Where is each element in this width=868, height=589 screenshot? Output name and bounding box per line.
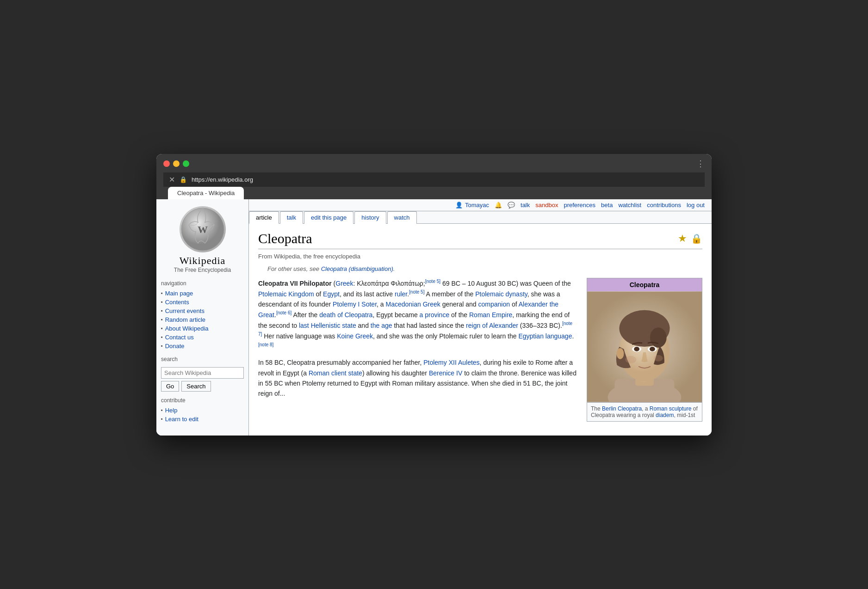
current-events-link[interactable]: Current events [165,307,205,314]
hatnote-link[interactable]: Cleopatra (disambiguation) [321,265,393,272]
greek-link[interactable]: Greek [335,279,353,287]
browser-menu-icon[interactable]: ⋮ [696,159,705,169]
search-button[interactable]: Search [181,381,211,392]
roman-client-link[interactable]: Roman client state [309,369,362,377]
svg-point-11 [634,347,639,351]
minimize-button[interactable] [173,160,180,167]
hatnote-suffix: . [393,265,395,272]
diadem-link[interactable]: diadem [656,412,674,418]
caption-text-4: , mid-1st [674,412,695,418]
featured-star-icon[interactable]: ★ [678,233,687,245]
infobox-image [587,291,702,402]
maximize-button[interactable] [183,160,189,167]
ptolemy-xii-link[interactable]: Ptolemy XII Auletes [423,359,479,366]
from-wiki-text: From Wikipedia, the free encyclopedia [258,253,702,260]
egyptian-language-link[interactable]: Egyptian language [518,332,572,340]
note5-ref[interactable]: [note 5] [425,279,440,284]
sidebar-item-learn-to-edit[interactable]: Learn to edit [161,415,244,423]
security-lock-icon: 🔒 [180,176,187,183]
province-link[interactable]: a province [420,311,450,319]
sidebar: W Wikipedia The Free Encyclopedia naviga… [156,199,249,436]
tab-history[interactable]: history [354,211,386,224]
note6-ref[interactable]: [note 6] [276,310,291,315]
browser-titlebar: ⋮ [163,159,705,169]
preferences-link[interactable]: preferences [564,202,595,209]
help-link[interactable]: Help [165,407,178,414]
berenice-iv-link[interactable]: Berenice IV [429,369,462,377]
beta-link[interactable]: beta [601,202,613,209]
sidebar-item-random-article[interactable]: Random article [161,315,244,324]
ptolemaic-dynasty-link[interactable]: Ptolemaic dynasty [475,290,527,297]
svg-point-13 [650,347,655,351]
ptolemy-i-link[interactable]: Ptolemy I Soter [333,301,377,308]
browser-tab[interactable]: Cleopatra - Wikipedia [168,187,244,199]
caption-text-1: The [591,405,602,412]
sidebar-item-about[interactable]: About Wikipedia [161,324,244,333]
tab-edit[interactable]: edit this page [304,211,353,224]
go-button[interactable]: Go [161,381,179,392]
ptolemaic-kingdom-link[interactable]: Ptolemaic Kingdom [258,290,314,297]
watchlist-link[interactable]: watchlist [618,202,641,209]
companion-link[interactable]: companion [478,301,510,308]
close-button[interactable] [163,160,170,167]
contents-link[interactable]: Contents [165,299,189,306]
note8-ref[interactable]: [note 8] [258,342,273,347]
roman-sculpture-link[interactable]: Roman sculpture [650,405,692,412]
tab-article[interactable]: article [249,211,279,224]
berlin-cleopatra-link[interactable]: Berlin Cleopatra [602,405,642,412]
svg-point-15 [625,356,636,363]
tab-talk[interactable]: talk [280,211,303,224]
tab-watch[interactable]: watch [387,211,417,224]
macedonian-greek-link[interactable]: Macedonian Greek [386,301,440,308]
hatnote: For other uses, see Cleopatra (disambigu… [258,265,702,272]
lock-icon[interactable]: 🔒 [691,233,702,244]
about-link[interactable]: About Wikipedia [165,325,209,332]
ruler-link[interactable]: ruler [395,290,407,297]
sidebar-item-donate[interactable]: Donate [161,342,244,350]
browser-window: ⋮ ✕ 🔒 https://en.wikipedia.org Cleopatra… [156,154,712,436]
caption-text-2: , a [642,405,650,412]
sidebar-item-contact[interactable]: Contact us [161,333,244,342]
death-cleopatra-link[interactable]: death of Cleopatra [319,311,372,319]
the-age-link[interactable]: the age [371,322,392,329]
search-section: Go Search [161,367,244,392]
sidebar-item-main-page[interactable]: Main page [161,289,244,298]
user-info: 👤 Tomayac [455,202,489,209]
sandbox-link[interactable]: sandbox [535,202,558,209]
logout-link[interactable]: log out [687,202,705,209]
contribute-list: Help Learn to edit [161,406,244,423]
page-tabs: article talk edit this page history watc… [249,211,712,224]
note5b-ref[interactable]: [note 5] [409,289,424,294]
contact-link[interactable]: Contact us [165,334,194,341]
random-article-link[interactable]: Random article [165,316,205,323]
last-hellenistic-link[interactable]: last Hellenistic state [299,322,356,329]
sidebar-item-help[interactable]: Help [161,406,244,415]
user-icon: 👤 [455,202,463,209]
article-title: Cleopatra ★ 🔒 [258,231,702,249]
window-controls [163,160,189,167]
sidebar-item-current-events[interactable]: Current events [161,307,244,315]
wiki-title: Wikipedia [180,255,226,267]
svg-point-14 [616,348,624,359]
message-icon[interactable]: 💬 [508,202,515,209]
sidebar-item-contents[interactable]: Contents [161,298,244,307]
search-input[interactable] [161,367,244,379]
url-text[interactable]: https://en.wikipedia.org [192,176,253,183]
donate-link[interactable]: Donate [165,343,185,350]
bell-icon[interactable]: 🔔 [495,202,502,209]
search-buttons: Go Search [161,381,244,392]
koine-greek-link[interactable]: Koine Greek [337,332,373,340]
contributions-link[interactable]: contributions [647,202,681,209]
talk-link[interactable]: talk [521,202,530,209]
main-content: 👤 Tomayac 🔔 💬 talk sandbox preferences b… [249,199,712,436]
username-link[interactable]: Tomayac [465,202,489,209]
roman-empire-link[interactable]: Roman Empire [469,311,512,319]
article-content: Cleopatra [258,278,702,429]
wiki-subtitle: The Free Encyclopedia [174,267,231,273]
learn-to-edit-link[interactable]: Learn to edit [165,416,198,423]
reign-alexander-link[interactable]: reign of Alexander [466,322,518,329]
tab-bar: Cleopatra - Wikipedia [163,187,705,199]
tab-close-button[interactable]: ✕ [169,175,175,184]
egypt-link[interactable]: Egypt [323,290,340,297]
main-page-link[interactable]: Main page [165,290,193,297]
